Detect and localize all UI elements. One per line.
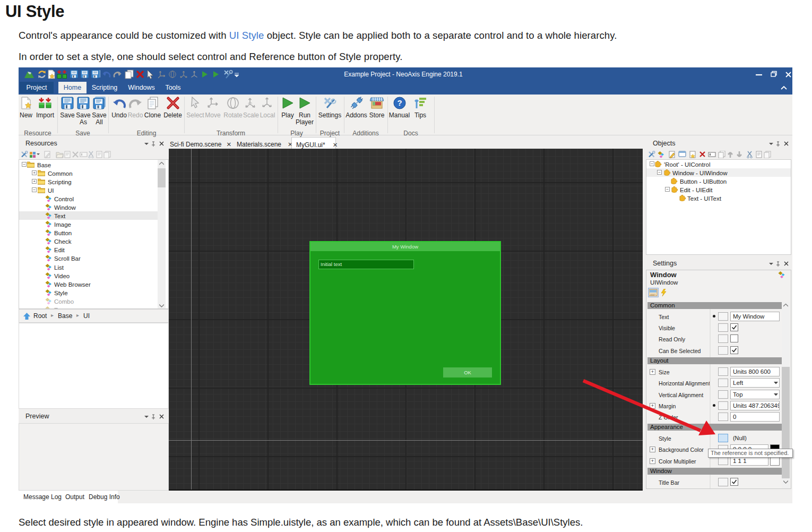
- svg-text:?: ?: [397, 98, 402, 107]
